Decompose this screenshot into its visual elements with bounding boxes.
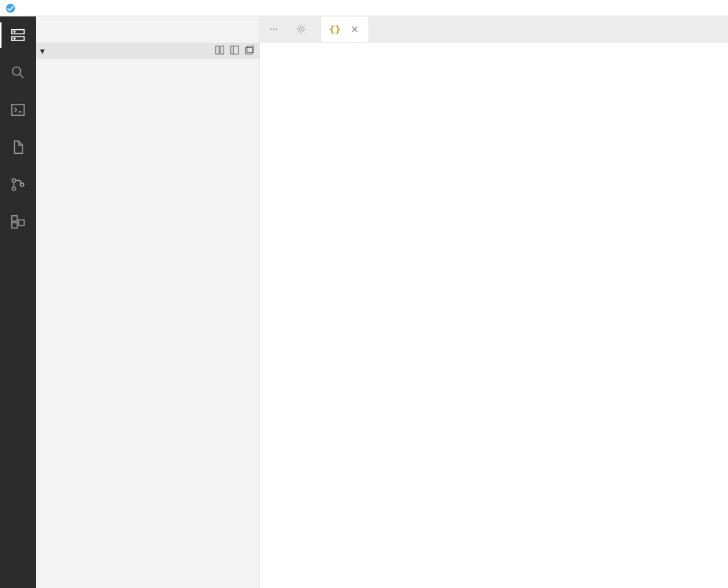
line-gutter (260, 61, 294, 588)
new-connection-icon[interactable] (215, 45, 225, 57)
svg-point-10 (20, 183, 24, 187)
servers-activity-icon[interactable] (8, 25, 28, 45)
close-icon[interactable]: ✕ (349, 24, 360, 34)
svg-rect-15 (220, 46, 223, 55)
svg-point-5 (13, 67, 21, 75)
explorer-activity-icon[interactable] (8, 137, 28, 157)
editor-tabs: {} ✕ (260, 16, 728, 43)
breadcrumbs[interactable] (260, 43, 728, 61)
svg-rect-14 (216, 46, 219, 55)
svg-point-9 (12, 187, 16, 191)
terminal-activity-icon[interactable] (8, 100, 28, 120)
svg-rect-7 (12, 105, 25, 116)
svg-rect-16 (231, 46, 239, 55)
app-logo-icon (4, 2, 16, 14)
svg-rect-11 (12, 216, 17, 221)
titlebar (0, 0, 728, 16)
search-activity-icon[interactable] (8, 63, 28, 82)
code-body[interactable] (294, 61, 728, 588)
source-control-activity-icon[interactable] (8, 175, 28, 194)
new-group-icon[interactable] (229, 45, 240, 57)
tab-settings[interactable] (287, 16, 321, 42)
sidebar-title (36, 16, 259, 43)
svg-point-22 (276, 28, 277, 30)
svg-point-4 (14, 38, 15, 39)
code-editor[interactable] (260, 61, 728, 588)
braces-icon: {} (330, 24, 340, 34)
svg-point-20 (270, 28, 271, 30)
svg-point-0 (6, 4, 15, 13)
servers-section-header[interactable]: ▾ (36, 43, 259, 59)
svg-rect-13 (19, 220, 24, 225)
connections-tree[interactable] (36, 59, 259, 588)
collapse-all-icon[interactable] (244, 45, 255, 57)
svg-point-8 (12, 179, 16, 182)
svg-point-3 (14, 31, 15, 32)
activity-bar (0, 16, 36, 588)
gear-icon (296, 24, 306, 34)
svg-point-21 (273, 28, 274, 30)
tab-settings-json[interactable]: {} ✕ (321, 16, 369, 42)
svg-point-23 (299, 27, 303, 31)
svg-line-6 (20, 75, 24, 78)
tab-actions-icon[interactable] (260, 16, 287, 42)
editor-area: {} ✕ (260, 16, 728, 588)
sidebar: ▾ (36, 16, 260, 588)
extensions-activity-icon[interactable] (8, 212, 28, 232)
chevron-down-icon: ▾ (40, 46, 51, 56)
svg-rect-12 (12, 223, 17, 228)
